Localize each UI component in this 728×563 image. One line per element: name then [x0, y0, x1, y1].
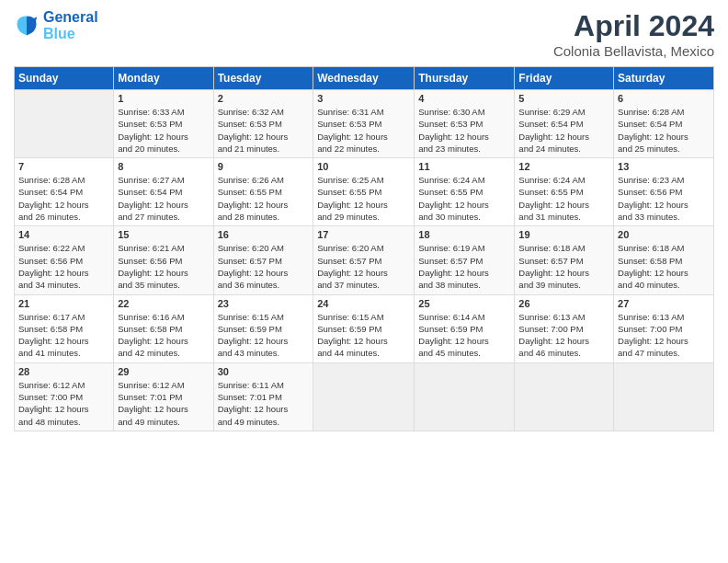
calendar-week-3: 14Sunrise: 6:22 AM Sunset: 6:56 PM Dayli…	[15, 226, 714, 294]
calendar-cell: 29Sunrise: 6:12 AM Sunset: 7:01 PM Dayli…	[114, 362, 213, 431]
calendar-cell: 16Sunrise: 6:20 AM Sunset: 6:57 PM Dayli…	[213, 226, 313, 294]
calendar-week-1: 1Sunrise: 6:33 AM Sunset: 6:53 PM Daylig…	[15, 90, 714, 158]
calendar-cell: 20Sunrise: 6:18 AM Sunset: 6:58 PM Dayli…	[614, 226, 714, 294]
day-number: 30	[218, 366, 310, 377]
day-number: 7	[18, 161, 109, 172]
calendar: Sunday Monday Tuesday Wednesday Thursday…	[14, 66, 714, 431]
day-number: 2	[218, 93, 310, 104]
calendar-cell: 25Sunrise: 6:14 AM Sunset: 6:59 PM Dayli…	[415, 294, 515, 362]
day-info: Sunrise: 6:22 AM Sunset: 6:56 PM Dayligh…	[18, 242, 109, 291]
day-number: 26	[518, 298, 609, 309]
logo-text: General Blue	[43, 9, 98, 42]
calendar-cell: 5Sunrise: 6:29 AM Sunset: 6:54 PM Daylig…	[515, 90, 614, 158]
calendar-cell: 13Sunrise: 6:23 AM Sunset: 6:56 PM Dayli…	[614, 158, 714, 226]
day-number: 20	[618, 229, 710, 240]
calendar-cell: 11Sunrise: 6:24 AM Sunset: 6:55 PM Dayli…	[415, 158, 515, 226]
calendar-cell: 8Sunrise: 6:27 AM Sunset: 6:54 PM Daylig…	[114, 158, 213, 226]
day-info: Sunrise: 6:19 AM Sunset: 6:57 PM Dayligh…	[418, 242, 510, 291]
page: General Blue April 2024 Colonia Bellavis…	[0, 0, 728, 563]
day-info: Sunrise: 6:31 AM Sunset: 6:53 PM Dayligh…	[317, 106, 410, 155]
day-number: 23	[218, 298, 310, 309]
logo-icon	[14, 13, 40, 39]
location-subtitle: Colonia Bellavista, Mexico	[553, 43, 714, 59]
calendar-cell	[415, 362, 515, 431]
calendar-cell: 1Sunrise: 6:33 AM Sunset: 6:53 PM Daylig…	[114, 90, 213, 158]
day-number: 16	[218, 229, 310, 240]
calendar-cell: 2Sunrise: 6:32 AM Sunset: 6:53 PM Daylig…	[213, 90, 313, 158]
day-number: 12	[518, 161, 609, 172]
calendar-cell: 30Sunrise: 6:11 AM Sunset: 7:01 PM Dayli…	[213, 362, 313, 431]
day-info: Sunrise: 6:28 AM Sunset: 6:54 PM Dayligh…	[618, 106, 710, 155]
month-title: April 2024	[553, 9, 714, 43]
calendar-cell: 19Sunrise: 6:18 AM Sunset: 6:57 PM Dayli…	[515, 226, 614, 294]
calendar-cell: 17Sunrise: 6:20 AM Sunset: 6:57 PM Dayli…	[313, 226, 415, 294]
calendar-cell: 7Sunrise: 6:28 AM Sunset: 6:54 PM Daylig…	[15, 158, 114, 226]
day-info: Sunrise: 6:15 AM Sunset: 6:59 PM Dayligh…	[218, 311, 310, 360]
col-sunday: Sunday	[15, 67, 114, 90]
day-number: 22	[118, 298, 209, 309]
calendar-cell: 27Sunrise: 6:13 AM Sunset: 7:00 PM Dayli…	[614, 294, 714, 362]
col-tuesday: Tuesday	[213, 67, 313, 90]
calendar-week-2: 7Sunrise: 6:28 AM Sunset: 6:54 PM Daylig…	[15, 158, 714, 226]
day-number: 21	[18, 298, 109, 309]
logo: General Blue	[14, 9, 98, 42]
day-info: Sunrise: 6:26 AM Sunset: 6:55 PM Dayligh…	[218, 174, 310, 223]
day-number: 9	[218, 161, 310, 172]
title-block: April 2024 Colonia Bellavista, Mexico	[553, 9, 714, 59]
col-thursday: Thursday	[415, 67, 515, 90]
calendar-cell: 4Sunrise: 6:30 AM Sunset: 6:53 PM Daylig…	[415, 90, 515, 158]
day-number: 10	[317, 161, 410, 172]
day-info: Sunrise: 6:16 AM Sunset: 6:58 PM Dayligh…	[118, 311, 209, 360]
day-number: 8	[118, 161, 209, 172]
calendar-cell	[313, 362, 415, 431]
calendar-cell: 14Sunrise: 6:22 AM Sunset: 6:56 PM Dayli…	[15, 226, 114, 294]
calendar-cell: 18Sunrise: 6:19 AM Sunset: 6:57 PM Dayli…	[415, 226, 515, 294]
day-info: Sunrise: 6:14 AM Sunset: 6:59 PM Dayligh…	[418, 311, 510, 360]
day-info: Sunrise: 6:27 AM Sunset: 6:54 PM Dayligh…	[118, 174, 209, 223]
day-info: Sunrise: 6:32 AM Sunset: 6:53 PM Dayligh…	[218, 106, 310, 155]
day-info: Sunrise: 6:20 AM Sunset: 6:57 PM Dayligh…	[218, 242, 310, 291]
day-number: 3	[317, 93, 410, 104]
day-info: Sunrise: 6:12 AM Sunset: 7:00 PM Dayligh…	[18, 379, 109, 428]
calendar-cell	[614, 362, 714, 431]
day-number: 11	[418, 161, 510, 172]
calendar-cell: 6Sunrise: 6:28 AM Sunset: 6:54 PM Daylig…	[614, 90, 714, 158]
col-friday: Friday	[515, 67, 614, 90]
calendar-cell: 15Sunrise: 6:21 AM Sunset: 6:56 PM Dayli…	[114, 226, 213, 294]
day-number: 29	[118, 366, 209, 377]
day-info: Sunrise: 6:24 AM Sunset: 6:55 PM Dayligh…	[418, 174, 510, 223]
day-number: 4	[418, 93, 510, 104]
day-info: Sunrise: 6:15 AM Sunset: 6:59 PM Dayligh…	[317, 311, 410, 360]
calendar-week-5: 28Sunrise: 6:12 AM Sunset: 7:00 PM Dayli…	[15, 362, 714, 431]
calendar-cell	[515, 362, 614, 431]
day-number: 25	[418, 298, 510, 309]
calendar-cell: 10Sunrise: 6:25 AM Sunset: 6:55 PM Dayli…	[313, 158, 415, 226]
day-info: Sunrise: 6:28 AM Sunset: 6:54 PM Dayligh…	[18, 174, 109, 223]
day-info: Sunrise: 6:20 AM Sunset: 6:57 PM Dayligh…	[317, 242, 410, 291]
day-number: 19	[518, 229, 609, 240]
day-number: 5	[518, 93, 609, 104]
day-info: Sunrise: 6:11 AM Sunset: 7:01 PM Dayligh…	[218, 379, 310, 428]
day-number: 17	[317, 229, 410, 240]
day-number: 13	[618, 161, 710, 172]
day-info: Sunrise: 6:30 AM Sunset: 6:53 PM Dayligh…	[418, 106, 510, 155]
calendar-cell: 28Sunrise: 6:12 AM Sunset: 7:00 PM Dayli…	[15, 362, 114, 431]
day-info: Sunrise: 6:25 AM Sunset: 6:55 PM Dayligh…	[317, 174, 410, 223]
day-info: Sunrise: 6:33 AM Sunset: 6:53 PM Dayligh…	[118, 106, 209, 155]
calendar-week-4: 21Sunrise: 6:17 AM Sunset: 6:58 PM Dayli…	[15, 294, 714, 362]
calendar-cell: 26Sunrise: 6:13 AM Sunset: 7:00 PM Dayli…	[515, 294, 614, 362]
calendar-cell: 24Sunrise: 6:15 AM Sunset: 6:59 PM Dayli…	[313, 294, 415, 362]
day-number: 14	[18, 229, 109, 240]
calendar-header-row: Sunday Monday Tuesday Wednesday Thursday…	[15, 67, 714, 90]
calendar-cell: 21Sunrise: 6:17 AM Sunset: 6:58 PM Dayli…	[15, 294, 114, 362]
calendar-cell: 12Sunrise: 6:24 AM Sunset: 6:55 PM Dayli…	[515, 158, 614, 226]
calendar-cell: 22Sunrise: 6:16 AM Sunset: 6:58 PM Dayli…	[114, 294, 213, 362]
col-saturday: Saturday	[614, 67, 714, 90]
calendar-cell: 3Sunrise: 6:31 AM Sunset: 6:53 PM Daylig…	[313, 90, 415, 158]
day-number: 6	[618, 93, 710, 104]
calendar-cell: 23Sunrise: 6:15 AM Sunset: 6:59 PM Dayli…	[213, 294, 313, 362]
day-number: 1	[118, 93, 209, 104]
day-info: Sunrise: 6:24 AM Sunset: 6:55 PM Dayligh…	[518, 174, 609, 223]
day-number: 15	[118, 229, 209, 240]
day-info: Sunrise: 6:17 AM Sunset: 6:58 PM Dayligh…	[18, 311, 109, 360]
